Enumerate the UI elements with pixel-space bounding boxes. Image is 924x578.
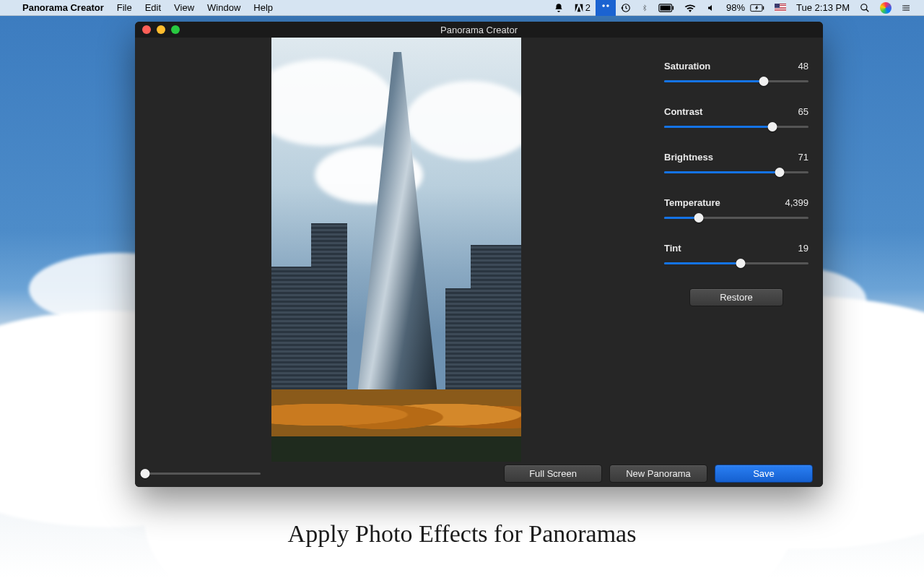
temperature-label: Temperature	[664, 197, 720, 208]
window-close-button[interactable]	[142, 25, 151, 34]
wifi-icon[interactable]	[679, 0, 701, 16]
image-canvas-area[interactable]	[135, 38, 657, 462]
app-menu[interactable]: Panorama Creator	[16, 2, 110, 13]
zoom-slider[interactable]	[145, 468, 261, 478]
timemachine-icon[interactable]	[616, 0, 636, 16]
clock[interactable]: Tue 2:13 PM	[791, 0, 855, 16]
window-footer: Full Screen New Panorama Save	[135, 462, 823, 487]
svg-point-9	[902, 9, 904, 11]
brightness-label: Brightness	[664, 152, 713, 163]
saturation-label: Saturation	[664, 61, 710, 72]
temperature-slider[interactable]	[664, 212, 808, 223]
window-titlebar[interactable]: Panorama Creator	[135, 22, 823, 38]
notification-center-icon[interactable]	[897, 0, 917, 16]
macos-menubar: Panorama Creator File Edit View Window H…	[0, 0, 924, 16]
window-title: Panorama Creator	[135, 25, 823, 35]
app-window: Panorama Creator Saturation	[135, 22, 823, 487]
temperature-value: 4,399	[785, 197, 808, 208]
volume-icon[interactable]	[701, 0, 721, 16]
svg-rect-3	[661, 5, 671, 10]
svg-point-8	[902, 7, 904, 9]
battery-icon[interactable]	[653, 0, 679, 16]
svg-point-7	[902, 5, 904, 7]
contrast-value: 65	[798, 106, 808, 117]
brightness-slider[interactable]	[664, 167, 808, 177]
save-button[interactable]: Save	[715, 465, 813, 483]
menu-edit[interactable]: Edit	[139, 2, 167, 13]
control-brightness: Brightness 71	[664, 152, 808, 177]
menu-view[interactable]: View	[167, 2, 201, 13]
siri-icon[interactable]	[875, 0, 897, 16]
control-contrast: Contrast 65	[664, 106, 808, 131]
control-temperature: Temperature 4,399	[664, 197, 808, 223]
notifications-icon[interactable]	[549, 0, 569, 16]
tint-slider[interactable]	[664, 258, 808, 268]
control-tint: Tint 19	[664, 243, 808, 268]
window-zoom-button[interactable]	[171, 25, 180, 34]
fullscreen-button[interactable]: Full Screen	[504, 465, 602, 483]
restore-button[interactable]: Restore	[689, 288, 783, 306]
battery-charge-icon	[750, 0, 770, 16]
menu-help[interactable]: Help	[247, 2, 279, 13]
adobe-cc-icon[interactable]	[569, 0, 585, 16]
svg-rect-5	[763, 6, 764, 9]
new-panorama-button[interactable]: New Panorama	[609, 465, 707, 483]
tint-value: 19	[798, 243, 808, 254]
control-saturation: Saturation 48	[664, 61, 808, 86]
saturation-slider[interactable]	[664, 76, 808, 86]
snip-tool-icon[interactable]	[596, 0, 616, 16]
menu-file[interactable]: File	[110, 2, 139, 13]
contrast-slider[interactable]	[664, 121, 808, 131]
svg-rect-2	[672, 6, 674, 9]
promo-caption: Apply Photo Effects for Panoramas	[0, 520, 924, 548]
adjustments-panel: Saturation 48 Contrast 65	[657, 38, 823, 462]
window-minimize-button[interactable]	[157, 25, 165, 34]
saturation-value: 48	[798, 61, 808, 72]
spotlight-icon[interactable]	[855, 0, 875, 16]
menu-window[interactable]: Window	[201, 2, 247, 13]
brightness-value: 71	[798, 152, 808, 163]
contrast-label: Contrast	[664, 106, 702, 117]
input-source-icon[interactable]	[770, 0, 791, 16]
svg-point-6	[861, 4, 867, 9]
battery-percent: 98%	[721, 0, 750, 16]
bluetooth-icon[interactable]	[636, 0, 653, 16]
tint-label: Tint	[664, 243, 681, 254]
image-preview	[271, 38, 521, 462]
adobe-cc-badge: 2	[585, 0, 596, 16]
